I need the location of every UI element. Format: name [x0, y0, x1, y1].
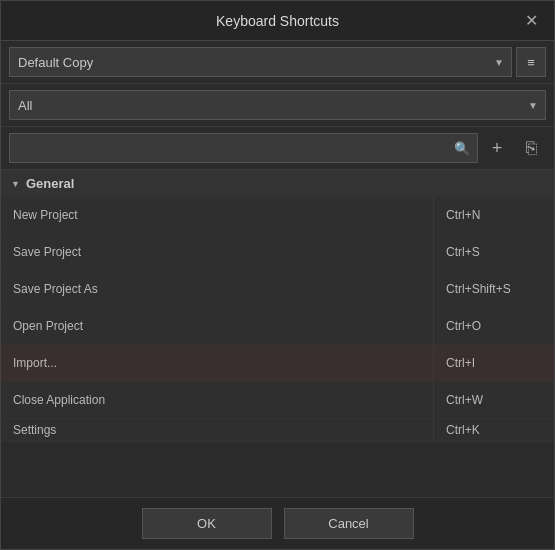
- cancel-button[interactable]: Cancel: [284, 508, 414, 539]
- shortcut-name: Save Project: [1, 234, 434, 270]
- shortcut-name: Save Project As: [1, 271, 434, 307]
- close-dialog-button[interactable]: ✕: [521, 11, 542, 31]
- filter-select[interactable]: All General Edit View: [9, 90, 546, 120]
- dialog-title: Keyboard Shortcuts: [216, 13, 339, 29]
- export-button[interactable]: ⎘: [516, 133, 546, 163]
- search-input[interactable]: [9, 133, 478, 163]
- shortcut-row-import[interactable]: Import... Ctrl+I: [1, 345, 554, 382]
- shortcut-name: New Project: [1, 197, 434, 233]
- shortcut-key: Ctrl+O: [434, 308, 554, 344]
- general-section-header[interactable]: ▼ General: [1, 170, 554, 197]
- shortcut-key: Ctrl+K: [434, 419, 554, 441]
- filter-select-wrapper: All General Edit View ▼: [9, 90, 546, 120]
- shortcut-name: Open Project: [1, 308, 434, 344]
- search-input-wrapper: 🔍: [9, 133, 478, 163]
- add-shortcut-button[interactable]: +: [482, 133, 512, 163]
- shortcut-key: Ctrl+I: [434, 345, 554, 381]
- section-collapse-arrow: ▼: [11, 179, 20, 189]
- shortcut-key: Ctrl+Shift+S: [434, 271, 554, 307]
- preset-row: Default Copy Default Custom ▼ ≡: [1, 41, 554, 84]
- filter-row: All General Edit View ▼: [1, 84, 554, 127]
- shortcut-name: Settings: [1, 419, 434, 441]
- dialog-footer: OK Cancel: [1, 497, 554, 549]
- shortcut-row-settings-partial[interactable]: Settings Ctrl+K: [1, 419, 554, 442]
- shortcut-key: Ctrl+W: [434, 382, 554, 418]
- shortcut-name: Import...: [1, 345, 434, 381]
- preset-menu-button[interactable]: ≡: [516, 47, 546, 77]
- preset-select-wrapper: Default Copy Default Custom ▼: [9, 47, 512, 77]
- shortcut-name: Close Application: [1, 382, 434, 418]
- shortcut-row-new-project[interactable]: New Project Ctrl+N: [1, 197, 554, 234]
- shortcut-row-open-project[interactable]: Open Project Ctrl+O: [1, 308, 554, 345]
- shortcut-key: Ctrl+N: [434, 197, 554, 233]
- shortcut-row-save-project[interactable]: Save Project Ctrl+S: [1, 234, 554, 271]
- ok-button[interactable]: OK: [142, 508, 272, 539]
- shortcuts-content: ▼ General New Project Ctrl+N Save Projec…: [1, 170, 554, 497]
- shortcut-row-save-project-as[interactable]: Save Project As Ctrl+Shift+S: [1, 271, 554, 308]
- dialog-titlebar: Keyboard Shortcuts ✕: [1, 1, 554, 41]
- shortcut-key: Ctrl+S: [434, 234, 554, 270]
- shortcut-row-close-application[interactable]: Close Application Ctrl+W: [1, 382, 554, 419]
- section-label: General: [26, 176, 74, 191]
- keyboard-shortcuts-dialog: Keyboard Shortcuts ✕ Default Copy Defaul…: [0, 0, 555, 550]
- search-row: 🔍 + ⎘: [1, 127, 554, 170]
- preset-select[interactable]: Default Copy Default Custom: [9, 47, 512, 77]
